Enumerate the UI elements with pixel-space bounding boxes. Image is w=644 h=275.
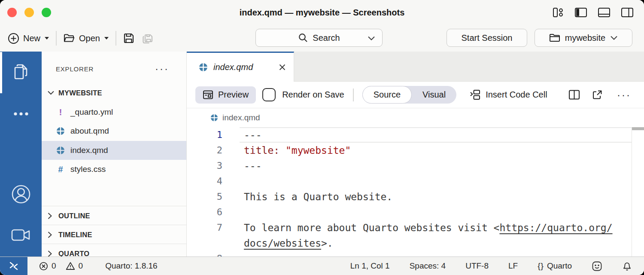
code-text: To learn more about Quarto websites visi… [240,220,632,235]
save-button[interactable] [123,32,135,44]
chevron-down-icon [47,90,55,95]
cursor-position-status[interactable]: Ln 1, Col 1 [348,261,392,271]
line-number[interactable]: 4 [187,174,222,189]
visual-toggle[interactable]: Visual [412,86,456,104]
start-session-button[interactable]: Start Session [447,29,527,47]
problems-status[interactable]: 0 0 [36,261,85,271]
code-line[interactable]: 8 [187,251,644,257]
quarto-icon [199,63,208,72]
tab-label: index.qmd [213,62,253,72]
render-on-save-checkbox[interactable] [262,88,276,101]
file-item-styles-css[interactable]: # styles.css [42,160,186,179]
yaml-icon: ! [56,107,65,117]
explorer-more-actions-icon[interactable]: ··· [152,59,172,78]
explorer-sidebar: EXPLORER ··· MYWEBSITE ! _quarto.yml abo… [42,52,187,257]
plus-circle-icon [8,33,19,44]
warnings-icon [66,262,75,270]
workspace-root-label: MYWEBSITE [58,89,102,97]
new-button[interactable]: New [8,33,49,44]
chevron-right-icon [47,231,55,238]
scrollbar-thumb[interactable] [632,127,644,130]
open-external-icon[interactable] [592,89,603,101]
line-number[interactable]: 7 [187,220,222,235]
code-line[interactable]: 7To learn more about Quarto websites vis… [187,220,644,235]
video-camera-icon[interactable] [0,228,42,242]
code-text [240,251,632,257]
start-session-label: Start Session [462,33,513,43]
code-line[interactable]: 1--- [187,127,644,143]
file-name: _quarto.yml [70,107,113,117]
toggle-panel-icon[interactable] [598,7,611,18]
save-all-icon [141,32,154,44]
quarto-icon [56,127,65,135]
explorer-icon[interactable] [0,62,42,82]
tab-index-qmd[interactable]: index.qmd [187,52,294,82]
line-number[interactable]: 2 [187,143,222,158]
file-item-quarto-yml[interactable]: ! _quarto.yml [42,103,186,122]
line-number[interactable] [187,235,222,251]
chevron-down-icon [610,35,618,40]
line-number[interactable]: 5 [187,189,222,205]
remote-indicator-icon[interactable] [0,257,27,275]
code-editor[interactable]: 1---2title: "mywebsite"3---45This is a Q… [187,127,644,257]
notifications-bell-icon[interactable] [620,260,635,272]
feedback-smiley-icon[interactable] [589,260,605,272]
code-line[interactable]: 3--- [187,158,644,174]
account-icon[interactable] [0,184,42,205]
code-line[interactable]: docs/websites>. [187,235,644,251]
customize-layout-icon[interactable] [552,7,564,18]
eol-status[interactable]: LF [506,261,520,271]
open-button-label: Open [79,34,100,43]
section-label: OUTLINE [58,212,90,220]
section-timeline[interactable]: TIMELINE [42,225,186,244]
open-button[interactable]: Open [63,33,109,43]
section-outline[interactable]: OUTLINE [42,206,186,225]
file-item-about-qmd[interactable]: about.qmd [42,122,186,141]
workspace-root-item[interactable]: MYWEBSITE [42,83,186,102]
toggle-secondary-sidebar-icon[interactable] [621,7,634,18]
language-mode-status[interactable]: {} Quarto [535,261,574,271]
search-input[interactable]: Search [255,29,383,47]
insert-code-cell-button[interactable]: Insert Code Cell [467,89,550,101]
toggle-primary-sidebar-icon[interactable] [574,7,587,18]
workspace-selector-button[interactable]: mywebsite [535,29,632,47]
breadcrumb[interactable]: index.qmd [187,108,644,127]
top-action-bar: New Open [0,25,644,52]
warnings-count: 0 [79,261,83,271]
css-icon: # [56,165,65,174]
code-line[interactable]: 4 [187,174,644,189]
more-actions-icon[interactable] [0,112,42,116]
code-text: docs/websites>. [240,235,632,251]
section-label: QUARTO [58,250,89,257]
explorer-title: EXPLORER [56,65,94,73]
quarto-icon [210,114,218,122]
encoding-status[interactable]: UTF-8 [463,261,491,271]
save-all-button[interactable] [141,32,154,44]
preview-button[interactable]: Preview [195,86,256,104]
close-tab-icon[interactable] [278,63,287,72]
source-toggle[interactable]: Source [362,86,412,104]
file-item-index-qmd[interactable]: index.qmd [42,141,186,160]
line-number[interactable]: 3 [187,158,222,174]
caret-down-icon [44,37,49,40]
section-quarto[interactable]: QUARTO [42,244,186,257]
code-line[interactable]: 5This is a Quarto website. [187,189,644,205]
quarto-version-status[interactable]: Quarto: 1.8.16 [103,261,160,271]
new-button-label: New [23,34,40,43]
line-number[interactable]: 1 [187,127,222,143]
file-name: about.qmd [70,126,109,136]
insert-code-cell-icon [470,89,481,100]
editor-more-actions-icon[interactable]: ··· [614,89,634,101]
line-number[interactable]: 6 [187,205,222,220]
code-text: title: "mywebsite" [240,143,632,158]
search-icon [298,33,308,43]
indentation-status[interactable]: Spaces: 4 [407,261,449,271]
split-editor-icon[interactable] [568,89,580,100]
folder-icon [549,33,560,43]
code-line[interactable]: 2title: "mywebsite" [187,143,644,158]
code-line[interactable]: 6 [187,205,644,220]
editor-toolbar-divider [353,89,354,101]
editor-toolbar: Preview Render on Save Source Visual Ins… [187,82,644,108]
code-text: --- [240,127,632,143]
line-number[interactable]: 8 [187,251,222,257]
